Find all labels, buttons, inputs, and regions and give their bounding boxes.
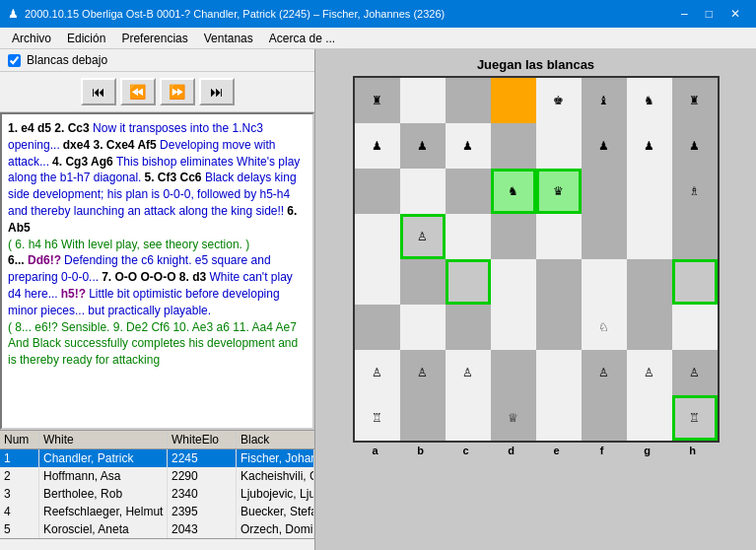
cell-f8[interactable]: ♝	[582, 78, 627, 123]
pawn-white-b5: ♙	[417, 231, 428, 242]
cell-a1[interactable]: ♖	[355, 395, 400, 441]
cell-b2[interactable]: ♙	[400, 350, 446, 395]
pawn-black-f7: ♟	[598, 140, 609, 152]
cell-h8[interactable]: ♜	[672, 78, 718, 123]
cell-b4[interactable]	[400, 259, 446, 305]
cell-c5[interactable]	[446, 214, 491, 259]
cell-d6[interactable]: ♞	[491, 169, 536, 214]
cell-a3[interactable]	[355, 305, 400, 350]
cell-h1[interactable]: ♖	[672, 395, 718, 441]
file-c: c	[444, 445, 489, 456]
title-bar: ♟ 2000.10.15 Oberliga Ost-B 0001-? Chand…	[0, 0, 756, 28]
cell-f4[interactable]	[582, 259, 627, 305]
cell-g1[interactable]	[627, 395, 672, 441]
close-button[interactable]: ✕	[722, 4, 748, 24]
cell-h5[interactable]	[672, 214, 718, 259]
cell-c3[interactable]	[446, 305, 491, 350]
cell-c7[interactable]: ♟	[446, 123, 491, 169]
cell-g2[interactable]: ♙	[627, 350, 672, 395]
cell-e3[interactable]	[536, 305, 582, 350]
rook-white-h1: ♖	[689, 412, 700, 424]
table-row[interactable]: 1 Chandler, Patrick 2245 Fischer, Johan	[0, 449, 314, 467]
navigation-controls: ⏮ ⏪ ⏩ ⏭	[0, 72, 314, 112]
pawn-white-a2: ♙	[372, 367, 382, 378]
nav-first-button[interactable]: ⏮	[81, 78, 116, 105]
cell-d5[interactable]	[491, 214, 536, 259]
nav-next-button[interactable]: ⏩	[160, 78, 195, 105]
minimize-button[interactable]: –	[673, 4, 696, 24]
cell-a8[interactable]: ♜	[355, 78, 400, 123]
app-icon: ♟	[8, 7, 19, 21]
col-num: Num	[0, 431, 39, 448]
cell-h7[interactable]: ♟	[672, 123, 718, 169]
cell-b3[interactable]	[400, 305, 446, 350]
nav-prev-button[interactable]: ⏪	[120, 78, 156, 105]
cell-h4[interactable]	[672, 259, 718, 305]
cell-d2[interactable]	[491, 350, 536, 395]
cell-d3[interactable]	[491, 305, 536, 350]
table-row[interactable]: 2 Hoffmann, Asa 2290 Kacheishvili, G	[0, 467, 314, 485]
cell-f3[interactable]: ♘	[582, 305, 627, 350]
cell-b6[interactable]	[400, 169, 446, 214]
cell-c6[interactable]	[446, 169, 491, 214]
menu-acerca[interactable]: Acerca de ...	[261, 30, 343, 47]
game-commentary[interactable]: 1. e4 d5 2. Cc3 Now it transposes into t…	[0, 112, 314, 430]
cell-e6[interactable]: ♛	[536, 169, 582, 214]
cell-b5[interactable]: ♙	[400, 214, 446, 259]
cell-a4[interactable]	[355, 259, 400, 305]
cell-f1[interactable]	[582, 395, 627, 441]
cell-e5[interactable]	[536, 214, 582, 259]
knight-black-g8: ♞	[644, 95, 654, 106]
menu-ventanas[interactable]: Ventanas	[196, 30, 261, 47]
table-row[interactable]: 5 Korosciel, Aneta 2043 Orzech, Domin	[0, 520, 314, 538]
pawn-white-h2: ♙	[689, 367, 700, 378]
cell-b1[interactable]	[400, 395, 446, 441]
cell-c4[interactable]	[446, 259, 491, 305]
cell-g4[interactable]	[627, 259, 672, 305]
cell-f5[interactable]	[582, 214, 627, 259]
cell-f7[interactable]: ♟	[582, 123, 627, 169]
cell-b8[interactable]	[400, 78, 446, 123]
file-f: f	[580, 445, 625, 456]
menu-preferencias[interactable]: Preferencias	[113, 30, 195, 47]
cell-e8[interactable]: ♚	[536, 78, 582, 123]
cell-g8[interactable]: ♞	[627, 78, 672, 123]
cell-h2[interactable]: ♙	[672, 350, 718, 395]
cell-d7[interactable]	[491, 123, 536, 169]
col-black: Black	[237, 431, 314, 448]
cell-c2[interactable]: ♙	[446, 350, 491, 395]
cell-e1[interactable]	[536, 395, 582, 441]
maximize-button[interactable]: □	[698, 4, 721, 24]
cell-a7[interactable]: ♟	[355, 123, 400, 169]
cell-b7[interactable]: ♟	[400, 123, 446, 169]
menu-edicion[interactable]: Edición	[59, 30, 113, 47]
table-row[interactable]: 3 Bertholee, Rob 2340 Ljubojevic, Lju	[0, 485, 314, 503]
cell-e4[interactable]	[536, 259, 582, 305]
cell-g6[interactable]	[627, 169, 672, 214]
cell-c1[interactable]	[446, 395, 491, 441]
cell-d8[interactable]	[491, 78, 536, 123]
cell-g7[interactable]: ♟	[627, 123, 672, 169]
cell-d4[interactable]	[491, 259, 536, 305]
pawn-black-h7: ♟	[689, 140, 700, 152]
cell-e2[interactable]	[536, 350, 582, 395]
cell-e7[interactable]	[536, 123, 582, 169]
cell-g5[interactable]	[627, 214, 672, 259]
cell-g3[interactable]	[627, 305, 672, 350]
rook-black-a8: ♜	[372, 95, 382, 106]
cell-a6[interactable]	[355, 169, 400, 214]
cell-f2[interactable]: ♙	[582, 350, 627, 395]
chess-board[interactable]: ♜ ♚ ♝ ♞ ♜ ♟ ♟ ♟ ♟ ♟ ♟	[353, 76, 720, 443]
nav-last-button[interactable]: ⏭	[199, 78, 235, 105]
table-row[interactable]: 4 Reefschlaeger, Helmut 2395 Buecker, St…	[0, 503, 314, 520]
cell-h6[interactable]: ♗	[672, 169, 718, 214]
cell-a2[interactable]: ♙	[355, 350, 400, 395]
blancas-debajo-checkbox[interactable]	[8, 54, 21, 67]
cell-h3[interactable]	[672, 305, 718, 350]
horizontal-scrollbar[interactable]	[0, 538, 314, 550]
cell-f6[interactable]	[582, 169, 627, 214]
cell-c8[interactable]	[446, 78, 491, 123]
cell-d1[interactable]: ♕	[491, 395, 536, 441]
menu-archivo[interactable]: Archivo	[4, 30, 59, 47]
cell-a5[interactable]	[355, 214, 400, 259]
